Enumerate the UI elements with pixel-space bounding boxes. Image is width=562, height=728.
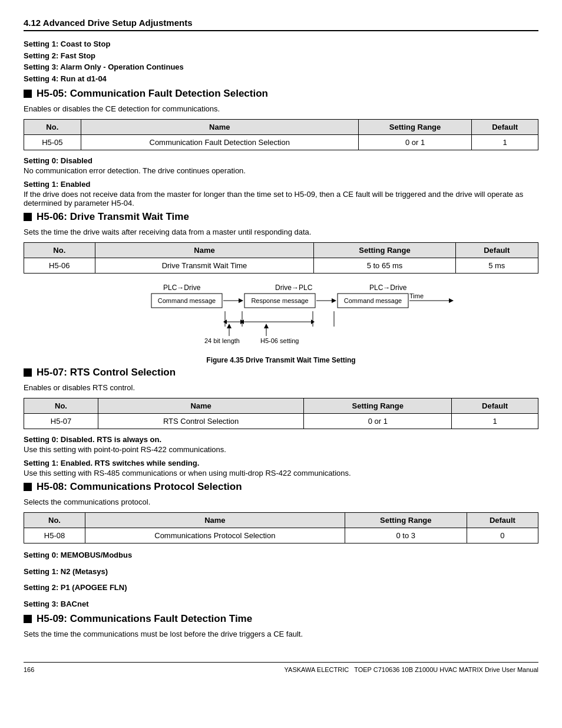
h505-s1-label: Setting 1: Enabled [24,180,538,189]
h506-table: No. Name Setting Range Default H5-06 Dri… [24,242,538,274]
h505-no: H5-05 [24,135,81,150]
h507-description: Enables or disables RTS control. [24,383,538,392]
h507-col-range: Setting Range [304,398,452,414]
h508-subsettings: Setting 0: MEMOBUS/Modbus Setting 1: N2 … [24,549,538,610]
setting4-label: Setting 4: Run at d1-04 [24,73,538,85]
h505-s1-text: If the drive does not receive data from … [24,190,538,207]
h506-name: Drive Transmit Wait Time [95,258,314,274]
svg-marker-29 [264,324,269,328]
h505-heading: H5-05: Communication Fault Detection Sel… [24,88,538,100]
h508-heading: H5-08: Communications Protocol Selection [24,481,538,493]
settings-intro: Setting 1: Coast to Stop Setting 2: Fast… [24,38,538,84]
h508-icon [24,483,32,491]
h505-default: 1 [472,135,538,150]
h506-col-no: No. [24,243,95,258]
svg-marker-10 [332,298,336,303]
svg-marker-6 [239,298,243,303]
setting2-label: Setting 2: Fast Stop [24,50,538,62]
h506-row: H5-06 Drive Transmit Wait Time 5 to 65 m… [24,258,538,274]
h506-col-default: Default [455,243,538,258]
h508-col-range: Setting Range [345,513,467,528]
h508-col-default: Default [467,513,538,528]
h505-subsetting1: Setting 1: Enabled If the drive does not… [24,180,538,207]
svg-text:Command message: Command message [344,297,402,304]
setting1-label: Setting 1: Coast to Stop [24,38,538,50]
h507-col-default: Default [452,398,538,414]
h507-table: No. Name Setting Range Default H5-07 RTS… [24,398,538,429]
h506-description: Sets the time the drive waits after rece… [24,228,538,236]
h508-row: H5-08 Communications Protocol Selection … [24,528,538,543]
h507-no: H5-07 [24,414,98,429]
svg-text:Response message: Response message [251,297,308,304]
h506-range: 5 to 65 ms [314,258,455,274]
h506-figure: PLC→Drive Drive→PLC PLC→Drive Command me… [24,279,538,364]
h507-s1-text: Use this setting with RS-485 communicati… [24,469,538,477]
h508-col-no: No. [24,513,85,528]
footer-brand-manual: YASKAWA ELECTRIC TOEP C710636 10B Z1000U… [285,666,538,673]
h507-default: 1 [452,414,538,429]
h506-col-name: Name [95,243,314,258]
h508-name: Communications Protocol Selection [85,528,345,543]
h508-col-name: Name [85,513,345,528]
h505-col-name: Name [81,120,358,135]
h506-no: H5-06 [24,258,95,274]
svg-text:PLC→Drive: PLC→Drive [163,284,201,292]
svg-text:H5-06 setting: H5-06 setting [260,337,299,344]
h507-heading: H5-07: RTS Control Selection [24,367,538,378]
svg-text:Drive→PLC: Drive→PLC [275,284,313,292]
h505-range: 0 or 1 [358,135,472,150]
h509-heading: H5-09: Communications Fault Detection Ti… [24,613,538,625]
h508-description: Selects the communications protocol. [24,498,538,506]
h507-col-name: Name [98,398,303,414]
h505-icon [24,90,32,98]
h505-s0-text: No communication error detection. The dr… [24,166,538,175]
h505-description: Enables or disables the CE detection for… [24,104,538,113]
h506-icon [24,213,32,221]
footer-manual: TOEP C710636 10B Z1000U HVAC MATRIX Driv… [354,666,538,673]
h508-s1-label: Setting 1: N2 (Metasys) [24,566,538,578]
svg-text:24 bit length: 24 bit length [204,337,240,344]
page-title: 4.12 Advanced Drive Setup Adjustments [24,18,538,31]
page-number: 166 [24,666,34,673]
h506-heading: H5-06: Drive Transmit Wait Time [24,211,538,223]
h508-s0-label: Setting 0: MEMOBUS/Modbus [24,549,538,561]
h505-s0-label: Setting 0: Disabled [24,156,538,165]
page-footer: 166 YASKAWA ELECTRIC TOEP C710636 10B Z1… [24,662,538,673]
svg-text:PLC→Drive: PLC→Drive [369,284,407,292]
h505-row: H5-05 Communication Fault Detection Sele… [24,135,538,150]
h507-s1-label: Setting 1: Enabled. RTS switches while s… [24,459,538,467]
h507-subsetting0: Setting 0: Disabled. RTS is always on. U… [24,435,538,454]
h508-s3-label: Setting 3: BACnet [24,598,538,610]
svg-text:Time: Time [409,292,424,299]
h507-col-no: No. [24,398,98,414]
h507-name: RTS Control Selection [98,414,303,429]
h508-no: H5-08 [24,528,85,543]
h507-range: 0 or 1 [304,414,452,429]
h506-default: 5 ms [455,258,538,274]
h508-range: 0 to 3 [345,528,467,543]
timing-diagram: PLC→Drive Drive→PLC PLC→Drive Command me… [134,282,464,353]
h508-table: No. Name Setting Range Default H5-08 Com… [24,512,538,543]
h505-table: No. Name Setting Range Default H5-05 Com… [24,119,538,150]
h508-default: 0 [467,528,538,543]
h509-description: Sets the time the communications must be… [24,630,538,638]
svg-marker-14 [449,298,454,303]
h507-icon [24,368,32,377]
svg-text:Command message: Command message [158,297,216,304]
svg-marker-27 [227,324,232,328]
h507-s0-text: Use this setting with point-to-point RS-… [24,445,538,454]
h505-col-default: Default [472,120,538,135]
h506-col-range: Setting Range [314,243,455,258]
setting3-label: Setting 3: Alarm Only - Operation Contin… [24,61,538,73]
h505-col-no: No. [24,120,81,135]
h505-subsetting0: Setting 0: Disabled No communication err… [24,156,538,175]
h507-row: H5-07 RTS Control Selection 0 or 1 1 [24,414,538,429]
h505-name: Communication Fault Detection Selection [81,135,358,150]
footer-brand: YASKAWA ELECTRIC [285,666,349,673]
h507-subsetting1: Setting 1: Enabled. RTS switches while s… [24,459,538,477]
h507-s0-label: Setting 0: Disabled. RTS is always on. [24,435,538,444]
h509-icon [24,615,32,623]
h508-s2-label: Setting 2: P1 (APOGEE FLN) [24,582,538,594]
h505-col-range: Setting Range [358,120,472,135]
h506-figure-caption: Figure 4.35 Drive Transmit Wait Time Set… [206,356,355,364]
